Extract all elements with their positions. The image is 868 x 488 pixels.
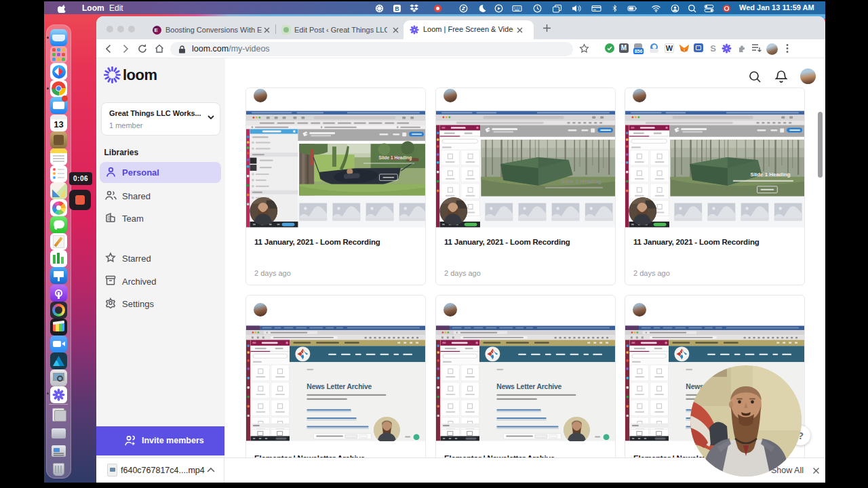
svg-text:B: B	[395, 5, 399, 12]
svg-text:News Letter Archive: News Letter Archive	[307, 383, 372, 390]
svg-text:Slide 1 Heading: Slide 1 Heading	[751, 171, 791, 178]
svg-text:Slide 1 Heading: Slide 1 Heading	[379, 155, 412, 161]
svg-text:Slide 1 Heading: Slide 1 Heading	[561, 178, 601, 184]
svg-text:News Letter Archive: News Letter Archive	[496, 383, 561, 390]
